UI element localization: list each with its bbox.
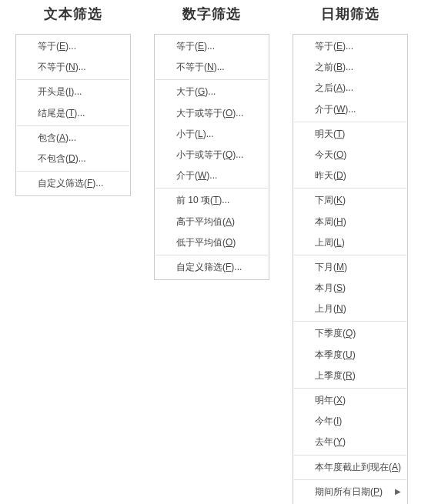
menu-item[interactable]: 去年(Y): [293, 432, 407, 452]
menu-item[interactable]: 不等于(N)...: [16, 57, 130, 78]
menu-item-label: 自定义筛选(F)...: [38, 176, 103, 191]
menu-separator: [294, 188, 406, 189]
menu-item[interactable]: 介于(W)...: [155, 165, 269, 186]
menu-item[interactable]: 上季度(R): [293, 365, 407, 386]
menu-item-label: 下月(M): [315, 260, 347, 275]
menu-item[interactable]: 包含(A)...: [16, 128, 130, 149]
menu-separator: [155, 188, 268, 189]
chevron-right-icon: ▶: [395, 486, 401, 498]
menu-item[interactable]: 低于平均值(O): [155, 232, 269, 253]
date-filter-heading: 日期筛选: [321, 5, 380, 23]
menu-item-label: 上月(N): [315, 302, 346, 316]
menu-item[interactable]: 昨天(D): [293, 165, 407, 186]
menu-separator: [294, 255, 406, 255]
menu-item[interactable]: 自定义筛选(F)...: [16, 173, 130, 194]
menu-item-label: 本季度(U): [315, 348, 356, 362]
menu-item-label: 上季度(R): [315, 369, 356, 383]
menu-separator: [17, 125, 129, 126]
menu-item-label: 去年(Y): [315, 435, 346, 449]
menu-item-label: 介于(W)...: [176, 169, 217, 183]
menu-separator: [294, 122, 406, 122]
menu-item[interactable]: 之前(B)...: [293, 57, 407, 78]
menu-separator: [17, 171, 129, 172]
date-filter-menu: 等于(E)...之前(B)...之后(A)...介于(W)...明天(T)今天(…: [293, 34, 408, 504]
menu-item[interactable]: 下月(M): [293, 257, 407, 278]
number-filter-column: 数字筛选等于(E)...不等于(N)...大于(G)...大于或等于(O)...…: [154, 5, 269, 280]
menu-item[interactable]: 不等于(N)...: [155, 57, 269, 78]
menu-item-label: 等于(E)...: [176, 39, 215, 54]
menu-item[interactable]: 期间所有日期(P)▶: [293, 482, 407, 502]
menu-item-label: 介于(W)...: [315, 102, 356, 117]
menu-item-label: 下季度(Q): [315, 326, 356, 341]
menu-item-label: 上周(L): [315, 235, 345, 250]
menu-item[interactable]: 等于(E)...: [16, 36, 130, 57]
menu-item-label: 等于(E)...: [38, 39, 76, 54]
menu-item-label: 今天(O): [315, 148, 346, 162]
menu-item[interactable]: 本月(S): [293, 278, 407, 299]
menu-item-label: 不等于(N)...: [38, 60, 86, 75]
menu-separator: [294, 321, 406, 322]
menu-item[interactable]: 上月(N): [293, 299, 407, 319]
menu-item-label: 小于或等于(Q)...: [176, 148, 243, 162]
menu-item-label: 大于或等于(O)...: [176, 106, 243, 121]
menu-item-label: 明年(X): [315, 393, 346, 408]
menu-item-label: 结尾是(T)...: [38, 106, 85, 121]
menu-item[interactable]: 大于或等于(O)...: [155, 103, 269, 124]
menu-separator: [155, 79, 268, 80]
menu-item-label: 本周(H): [315, 215, 346, 229]
text-filter-heading: 文本筛选: [44, 5, 102, 23]
menu-item[interactable]: 今年(I): [293, 411, 407, 432]
menu-item-label: 昨天(D): [315, 169, 346, 183]
menu-item-label: 下周(K): [315, 193, 346, 208]
menu-item-label: 本年度截止到现在(A): [315, 460, 401, 475]
menu-item[interactable]: 结尾是(T)...: [16, 103, 130, 124]
menu-item[interactable]: 下季度(Q): [293, 323, 407, 344]
menu-item-label: 不包含(D)...: [38, 152, 86, 166]
menu-item[interactable]: 下周(K): [293, 190, 407, 211]
menu-item[interactable]: 大于(G)...: [155, 82, 269, 102]
text-filter-menu: 等于(E)...不等于(N)...开头是(I)...结尾是(T)...包含(A)…: [15, 34, 131, 196]
menu-item-label: 高于平均值(A): [176, 215, 235, 229]
menu-item-label: 包含(A)...: [38, 131, 76, 145]
menu-item[interactable]: 不包含(D)...: [16, 149, 130, 169]
menu-item[interactable]: 明年(X): [293, 390, 407, 411]
menu-item-label: 等于(E)...: [315, 39, 353, 54]
menu-item-label: 期间所有日期(P): [315, 485, 383, 499]
menu-item-label: 开头是(I)...: [38, 85, 82, 99]
number-filter-heading: 数字筛选: [182, 5, 241, 23]
number-filter-menu: 等于(E)...不等于(N)...大于(G)...大于或等于(O)...小于(L…: [154, 34, 269, 280]
menu-item[interactable]: 今天(O): [293, 145, 407, 165]
menu-item-label: 前 10 项(T)...: [176, 193, 229, 208]
menu-item[interactable]: 本年度截止到现在(A): [293, 457, 407, 478]
date-filter-column: 日期筛选等于(E)...之前(B)...之后(A)...介于(W)...明天(T…: [293, 5, 408, 504]
menu-item-label: 大于(G)...: [176, 85, 216, 99]
menu-item[interactable]: 小于或等于(Q)...: [155, 145, 269, 165]
text-filter-column: 文本筛选等于(E)...不等于(N)...开头是(I)...结尾是(T)...包…: [15, 5, 131, 196]
menu-item[interactable]: 前 10 项(T)...: [155, 190, 269, 211]
menu-item-label: 明天(T): [315, 127, 345, 142]
menu-item[interactable]: 等于(E)...: [293, 36, 407, 57]
menu-separator: [155, 255, 268, 255]
menu-item[interactable]: 明天(T): [293, 124, 407, 145]
menu-item-label: 自定义筛选(F)...: [176, 260, 242, 275]
menu-item[interactable]: 本周(H): [293, 212, 407, 232]
menu-item[interactable]: 本季度(U): [293, 345, 407, 365]
menu-separator: [294, 479, 406, 480]
menu-item[interactable]: 之后(A)...: [293, 78, 407, 98]
menu-item-label: 之前(B)...: [315, 60, 353, 75]
menu-item[interactable]: 自定义筛选(F)...: [155, 257, 269, 278]
menu-item-label: 低于平均值(O): [176, 235, 236, 250]
menu-item[interactable]: 小于(L)...: [155, 124, 269, 145]
menu-item-label: 本月(S): [315, 281, 346, 295]
menu-item[interactable]: 介于(W)...: [293, 99, 407, 120]
menu-item[interactable]: 开头是(I)...: [16, 82, 130, 102]
menu-separator: [17, 79, 129, 80]
menu-item-label: 今年(I): [315, 414, 342, 429]
menu-item[interactable]: 等于(E)...: [155, 36, 269, 57]
menu-item-label: 小于(L)...: [176, 127, 214, 142]
menu-separator: [294, 455, 406, 456]
menu-item-label: 之后(A)...: [315, 81, 353, 95]
menu-item[interactable]: 上周(L): [293, 232, 407, 253]
menu-separator: [294, 388, 406, 389]
menu-item[interactable]: 高于平均值(A): [155, 212, 269, 232]
